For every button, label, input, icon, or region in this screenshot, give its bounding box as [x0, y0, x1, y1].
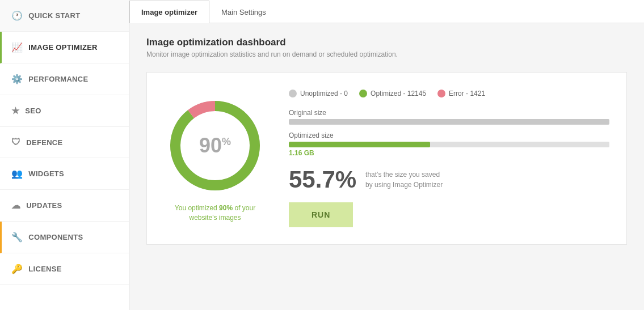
sidebar-item-components[interactable]: 🔧 COMPONENTS: [0, 222, 129, 253]
sidebar: 🕐 QUICK START 📈 IMAGE OPTIMIZER ⚙️ PERFO…: [0, 0, 129, 310]
donut-chart-wrapper: 90% You optimized 90% of yourwebsite's i…: [164, 95, 266, 223]
donut-chart: 90%: [164, 95, 266, 197]
chart-legend: Unoptimized - 0 Optimized - 12145 Error …: [289, 90, 609, 97]
widgets-icon: 👥: [11, 168, 23, 179]
tab-main-settings[interactable]: Main Settings: [209, 1, 278, 23]
tab-image-optimizer[interactable]: Image optimizer: [129, 1, 209, 23]
optimized-size-fill: [289, 142, 430, 147]
error-dot: [437, 90, 445, 97]
star-icon: ★: [11, 105, 19, 116]
sidebar-item-label: DEFENCE: [26, 138, 62, 147]
legend-error-label: Error - 1421: [449, 90, 485, 97]
content-area: Image optimization dashboard Monitor ima…: [129, 23, 644, 310]
donut-center-label: 90%: [199, 134, 231, 158]
sidebar-item-label: WIDGETS: [28, 169, 64, 178]
clock-icon: 🕐: [11, 10, 23, 21]
cloud-icon: ☁: [11, 200, 20, 211]
original-size-label: Original size: [289, 109, 609, 117]
page-subtitle: Monitor image optimization statistics an…: [146, 50, 627, 58]
sidebar-item-label: PERFORMANCE: [28, 75, 88, 83]
run-button[interactable]: RUN: [289, 202, 353, 227]
donut-caption: You optimized 90% of yourwebsite's image…: [175, 203, 255, 223]
shield-icon: 🛡: [11, 137, 20, 147]
chart-icon: 📈: [11, 42, 23, 53]
page-title: Image optimization dashboard: [146, 37, 627, 48]
original-size-track: [289, 119, 609, 125]
sidebar-item-defence[interactable]: 🛡 DEFENCE: [0, 127, 129, 158]
gear-icon: ⚙️: [11, 74, 23, 84]
sidebar-item-label: LICENSE: [28, 265, 61, 273]
optimized-size-value: 1.16 GB: [289, 149, 609, 157]
stats-area: Unoptimized - 0 Optimized - 12145 Error …: [289, 90, 609, 227]
sidebar-item-label: COMPONENTS: [28, 233, 83, 241]
donut-percent-value: 90%: [199, 134, 231, 157]
savings-row: 55.7% that's the size you saved by using…: [289, 166, 609, 193]
original-size-fill: [289, 119, 609, 125]
optimized-size-track: [289, 142, 609, 147]
sidebar-item-label: IMAGE OPTIMIZER: [28, 43, 98, 52]
tab-bar: Image optimizer Main Settings: [129, 0, 644, 23]
savings-text: that's the size you saved by using Image…: [365, 169, 443, 190]
sidebar-item-quick-start[interactable]: 🕐 QUICK START: [0, 0, 129, 32]
sidebar-item-label: SEO: [25, 107, 41, 115]
legend-error: Error - 1421: [437, 90, 485, 97]
sidebar-item-license[interactable]: 🔑 LICENSE: [0, 253, 129, 285]
sidebar-item-updates[interactable]: ☁ UPDATES: [0, 190, 129, 222]
original-size-bar-section: Original size: [289, 109, 609, 125]
sidebar-item-performance[interactable]: ⚙️ PERFORMANCE: [0, 63, 129, 95]
sidebar-item-seo[interactable]: ★ SEO: [0, 95, 129, 127]
legend-optimized: Optimized - 12145: [359, 90, 426, 97]
legend-optimized-label: Optimized - 12145: [371, 90, 426, 97]
sidebar-item-widgets[interactable]: 👥 WIDGETS: [0, 158, 129, 190]
optimized-dot: [359, 90, 367, 97]
dashboard-panel: 90% You optimized 90% of yourwebsite's i…: [146, 72, 627, 245]
key-icon: 🔑: [11, 264, 23, 274]
legend-unoptimized: Unoptimized - 0: [289, 90, 348, 97]
sidebar-item-label: QUICK START: [28, 11, 80, 20]
savings-percent: 55.7%: [289, 166, 356, 193]
sidebar-item-label: UPDATES: [26, 201, 62, 210]
main-panel: Image optimizer Main Settings Image opti…: [129, 0, 644, 310]
legend-unoptimized-label: Unoptimized - 0: [300, 90, 348, 97]
sidebar-item-image-optimizer[interactable]: 📈 IMAGE OPTIMIZER: [0, 32, 129, 63]
unoptimized-dot: [289, 90, 297, 97]
optimized-size-bar-section: Optimized size 1.16 GB: [289, 131, 609, 157]
optimized-size-label: Optimized size: [289, 131, 609, 139]
wrench-icon: 🔧: [11, 232, 23, 243]
